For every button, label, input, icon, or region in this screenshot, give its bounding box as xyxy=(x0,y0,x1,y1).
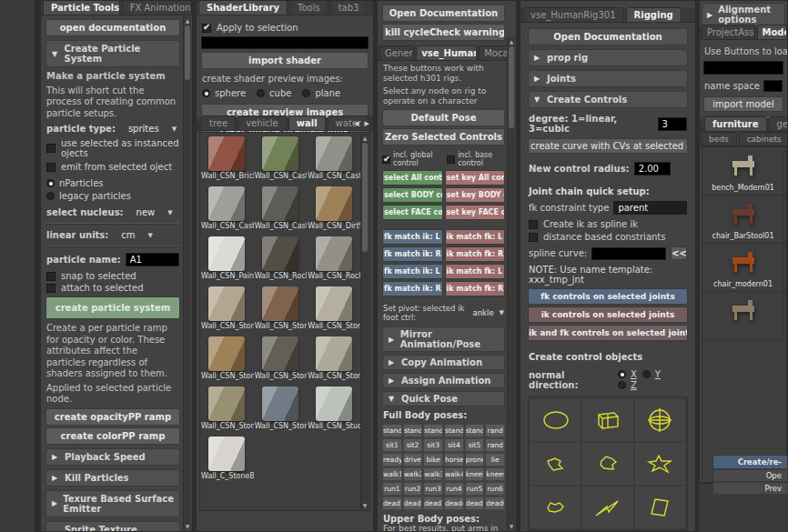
control-shape-sphere-crosshair[interactable] xyxy=(635,399,685,441)
radio-dot[interactable] xyxy=(257,89,265,97)
radio-dot[interactable] xyxy=(302,89,310,97)
pose-button[interactable]: walk2 xyxy=(403,467,423,481)
pose-button[interactable]: stand4 xyxy=(444,424,464,437)
shader-item[interactable]: Wall_CSN_StoneA xyxy=(200,333,254,383)
control-shape-star[interactable] xyxy=(635,443,685,485)
create-particle-system-section[interactable]: ▼Create Particle System xyxy=(45,40,180,67)
section-header[interactable]: ▶Kill Particles xyxy=(45,469,180,487)
pose-button[interactable]: bike xyxy=(423,453,443,467)
joint-controls-button[interactable]: fk controls on selected joints xyxy=(528,288,688,305)
set-pivot-dropdown[interactable]: Set pivot: selected ik foot ctrl: ankle … xyxy=(383,304,504,322)
pose-button[interactable]: kneel xyxy=(465,467,485,481)
model-item[interactable]: chair_BarStool01 xyxy=(702,196,784,244)
radio-dot[interactable] xyxy=(618,381,626,389)
pose-button[interactable]: run1 xyxy=(382,482,402,496)
model-item[interactable]: cf xyxy=(785,340,787,388)
radio-option[interactable]: legacy particles xyxy=(46,191,179,201)
pose-button[interactable]: run2 xyxy=(403,482,423,496)
namespace-input[interactable] xyxy=(763,80,783,92)
pose-button[interactable]: drive xyxy=(403,453,423,467)
control-shape-rounded-quad[interactable] xyxy=(635,487,685,528)
category-tab[interactable]: vehicle xyxy=(237,115,287,130)
distance-checkbox[interactable]: distance based constriants xyxy=(529,232,687,242)
radio-option[interactable]: cube xyxy=(257,88,291,98)
incl-global-checkbox[interactable]: incl. global control xyxy=(382,151,444,167)
panel-tab[interactable]: Particle Tools xyxy=(43,0,120,15)
pose-button[interactable]: stand3 xyxy=(423,424,443,437)
model-subcategory-tab[interactable]: cabinets xyxy=(739,132,788,146)
fk-match-button[interactable]: fk match ik: L Leg xyxy=(382,264,443,279)
ik-match-button[interactable]: ik match fk: L Leg xyxy=(445,264,506,279)
category-tab[interactable]: wood xyxy=(371,115,374,130)
pose-button[interactable]: run5 xyxy=(465,482,485,496)
radio-dot[interactable] xyxy=(618,370,626,378)
section-header[interactable]: ▶Assign Animation xyxy=(382,373,505,388)
shader-item[interactable]: Wall_CSN_StoneA xyxy=(307,283,360,333)
emit-checkbox[interactable]: emit from selected oject xyxy=(46,162,179,172)
setkey-controls-button[interactable]: set key All controls xyxy=(445,170,506,186)
shader-item[interactable]: Wall_CSN_Castle1 xyxy=(254,133,308,183)
fk-match-button[interactable]: fk match ik: R Arm xyxy=(382,246,443,262)
fk-constraint-input[interactable]: parent xyxy=(613,201,687,215)
section-header[interactable]: ▶Copy Animation xyxy=(382,355,505,370)
incl-base-checkbox[interactable]: incl. base control xyxy=(447,151,505,167)
asset-path-input[interactable] xyxy=(703,61,783,75)
scroll-up-icon[interactable]: ▲ xyxy=(508,37,515,45)
joint-controls-button[interactable]: ik and fk controls on selected joints xyxy=(528,325,688,341)
create-opacitypp-button[interactable]: create opacityPP ramp xyxy=(45,408,180,426)
pose-button[interactable]: walk4 xyxy=(444,467,464,481)
pose-button[interactable]: dead2 xyxy=(403,497,423,510)
checkbox-box[interactable] xyxy=(529,220,538,229)
shader-item[interactable]: Wall_CSN_Brick10 xyxy=(200,133,254,183)
checkbox-box[interactable] xyxy=(382,156,390,164)
model-category-tab[interactable]: furniture xyxy=(704,116,767,131)
spline-curve-input[interactable] xyxy=(591,247,666,260)
checkbox-box[interactable] xyxy=(529,233,538,242)
scroll-down-icon[interactable]: ▼ xyxy=(361,501,369,509)
pose-button[interactable]: stand2 xyxy=(403,424,423,437)
spline-pick-button[interactable]: << xyxy=(671,246,687,260)
pose-button[interactable]: prone xyxy=(465,453,485,467)
cut-tab[interactable] xyxy=(701,126,702,131)
pose-button[interactable]: dead6 xyxy=(485,497,505,510)
radio-option[interactable]: X xyxy=(618,369,637,379)
scrollbar-thumb[interactable] xyxy=(185,25,190,80)
checkbox-box[interactable] xyxy=(46,163,56,172)
particle-type-dropdown[interactable]: particle type: sprites ▼ xyxy=(46,124,179,134)
rig-tab[interactable]: vse_HumanRig xyxy=(416,45,477,60)
checkbox-box[interactable] xyxy=(447,156,455,164)
select-controls-button[interactable]: select All controls xyxy=(382,170,443,186)
radio-option[interactable]: sphere xyxy=(202,88,246,98)
ik-match-button[interactable]: ik match fk: R Leg xyxy=(445,281,506,296)
shader-item[interactable]: Wall_CSN_RockW xyxy=(307,233,360,283)
model-subcategory-tab[interactable]: beds xyxy=(701,132,737,146)
texture-list-scrollbar[interactable]: ▲ ▼ xyxy=(360,134,369,509)
pose-button[interactable]: run4 xyxy=(444,482,464,496)
setkey-controls-button[interactable]: set key BODY controls xyxy=(445,187,506,203)
section-header[interactable]: ▶prop rig xyxy=(528,49,688,66)
pose-button[interactable]: run3 xyxy=(423,482,443,496)
shader-item[interactable]: Wall_CSN_StoneA xyxy=(254,283,308,333)
pose-button[interactable]: dead3 xyxy=(423,497,443,510)
panel-tab[interactable]: vse_HumanRig301 xyxy=(522,7,624,22)
scrollbar-thumb[interactable] xyxy=(509,46,514,128)
section-header[interactable]: ▶Joints xyxy=(528,70,688,87)
shader-item[interactable]: Wall_CSN_RockW xyxy=(254,233,308,283)
radio-option[interactable]: nParticles xyxy=(46,178,179,188)
create-particle-system-button[interactable]: create particle system xyxy=(45,296,180,319)
pose-button[interactable]: sit1 xyxy=(382,438,402,452)
control-shape-blob-arrow[interactable] xyxy=(530,443,581,485)
shader-item[interactable]: Wall_C_StoneBlo xyxy=(200,433,254,483)
pose-button[interactable]: stand1 xyxy=(382,424,402,437)
open-documentation-button[interactable]: open documentation xyxy=(45,19,180,36)
quick-pose-section[interactable]: ▼Quick Pose xyxy=(382,391,505,407)
shader-item[interactable]: Wall_CSN_Castle1 xyxy=(307,133,360,183)
scroll-up-icon[interactable]: ▲ xyxy=(361,134,369,142)
pose-button[interactable]: horse xyxy=(444,453,464,467)
radio-option[interactable]: Z xyxy=(618,380,637,390)
pose-button[interactable]: walk1 xyxy=(382,467,402,481)
pose-button[interactable]: lie xyxy=(485,453,505,467)
import-shader-button[interactable]: import shader xyxy=(201,52,369,69)
sprite-presets-section[interactable]: ▼Sprite Texture Presets xyxy=(45,521,180,532)
open-documentation-button[interactable]: Open Documentation xyxy=(528,28,688,45)
